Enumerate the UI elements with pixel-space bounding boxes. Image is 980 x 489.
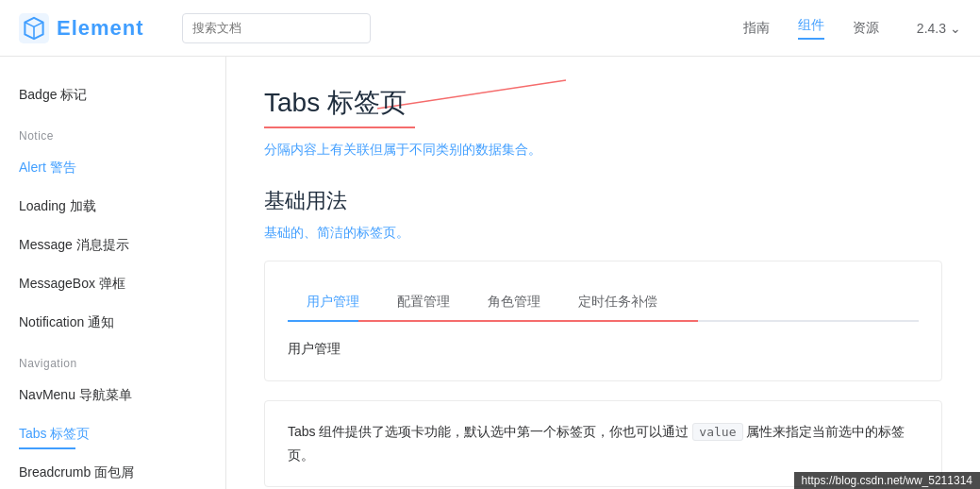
sidebar-item-badge[interactable]: Badge 标记 [0,76,225,114]
nav-components[interactable]: 组件 [798,17,824,40]
nav-guide[interactable]: 指南 [743,20,770,37]
main-content: Tabs 标签页 分隔内容上有关联但属于不同类别的数据集合。 基础用法 基础的、… [226,57,980,489]
section1-desc: 基础的、简洁的标签页。 [264,225,942,242]
tab-user-management[interactable]: 用户管理 [288,284,378,320]
sidebar-item-alert[interactable]: Alert 警告 [0,148,225,187]
page-title: Tabs 标签页 [264,85,407,121]
sidebar-category-navigation: Navigation [0,342,225,376]
desc-text-before-code: Tabs 组件提供了选项卡功能，默认选中第一个标签页，你也可以通过 [288,424,692,439]
search-input[interactable] [182,13,371,43]
tab-scheduled-task[interactable]: 定时任务补偿 [559,284,676,320]
header: Element 指南 组件 资源 2.4.3 ⌄ [0,0,980,57]
section1-title: 基础用法 [264,187,942,215]
sidebar-item-loading[interactable]: Loading 加载 [0,187,225,226]
sidebar-item-navmenu[interactable]: NavMenu 导航菜单 [0,376,225,414]
sidebar-item-breadcrumb[interactable]: Breadcrumb 面包屑 [0,453,225,489]
sidebar-category-notice: Notice [0,114,225,148]
tab-annotation-line [358,320,698,322]
title-annotation-underline [264,126,415,128]
tabs-nav: 用户管理 配置管理 角色管理 定时任务补偿 [288,284,919,322]
nav-resources[interactable]: 资源 [853,20,879,37]
chevron-down-icon: ⌄ [950,21,961,36]
search-box [182,13,371,43]
tab-config-management[interactable]: 配置管理 [378,284,469,320]
version-selector[interactable]: 2.4.3 ⌄ [917,21,961,36]
logo-text: Element [57,16,144,41]
tab-content-text: 用户管理 [288,341,341,356]
annotation-arrow [377,76,585,113]
page-layout: Badge 标记 Notice Alert 警告 Loading 加载 Mess… [0,57,980,489]
page-title-section: Tabs 标签页 [264,85,942,128]
version-text: 2.4.3 [917,21,946,36]
sidebar-item-messagebox[interactable]: MessageBox 弹框 [0,264,225,303]
sidebar-item-tabs[interactable]: Tabs 标签页 [0,414,225,453]
tab-role-management[interactable]: 角色管理 [469,284,559,320]
sidebar-item-message[interactable]: Message 消息提示 [0,226,225,264]
desc-code: value [692,423,742,441]
sidebar-item-notification[interactable]: Notification 通知 [0,303,225,342]
tab-content-area: 用户管理 [288,341,919,358]
logo[interactable]: Element [19,13,144,43]
page-subtitle: 分隔内容上有关联但属于不同类别的数据集合。 [264,142,942,159]
sidebar: Badge 标记 Notice Alert 警告 Loading 加载 Mess… [0,57,226,489]
top-nav: 指南 组件 资源 2.4.3 ⌄ [743,17,961,40]
logo-icon [19,13,49,43]
demo-block-basic: 用户管理 配置管理 角色管理 定时任务补偿 用户管理 [264,261,942,381]
url-bar: https://blog.csdn.net/ww_5211314 [794,472,980,489]
